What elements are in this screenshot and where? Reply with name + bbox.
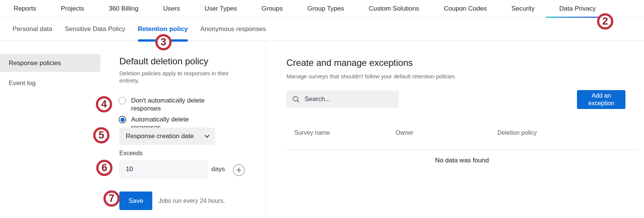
exceptions-description: Manage surveys that shouldn't follow you…	[286, 73, 455, 79]
annotation-badge-4: 4	[96, 96, 112, 112]
search-input[interactable]	[305, 95, 399, 103]
sidebar-item-response-policies[interactable]: Response policies	[0, 54, 100, 72]
nav-item-360-billing[interactable]: 360 Billing	[109, 0, 138, 17]
jobs-schedule-note: Jobs run every 24 hours.	[158, 192, 225, 210]
annotation-badge-7: 7	[103, 190, 120, 207]
subtab-label: Sensitive Data Policy	[65, 25, 125, 33]
sidebar-item-label: Event log	[9, 79, 36, 87]
subtab-sensitive-data-policy[interactable]: Sensitive Data Policy	[65, 18, 125, 40]
nav-item-group-types[interactable]: Group Types	[307, 0, 344, 17]
sidebar-item-event-log[interactable]: Event log	[0, 74, 100, 92]
nav-item-custom-solutions[interactable]: Custom Solutions	[369, 0, 419, 17]
nav-item-reports[interactable]: Reports	[14, 0, 36, 17]
data-privacy-admin-page: Reports Projects 360 Billing Users User …	[0, 0, 644, 218]
nav-item-label: Custom Solutions	[369, 5, 419, 12]
nav-item-users[interactable]: Users	[163, 0, 180, 17]
nav-item-label: Projects	[61, 5, 84, 12]
th-survey-name: Survey name	[294, 129, 330, 136]
plus-icon	[236, 167, 242, 173]
sidebar-item-label: Response policies	[9, 59, 61, 67]
exceptions-search-box[interactable]	[286, 90, 399, 108]
annotation-badge-3: 3	[155, 34, 172, 50]
radio-option-label: Don't automatically delete responses	[131, 97, 205, 112]
search-icon	[292, 95, 300, 103]
nav-item-label: Groups	[261, 5, 283, 12]
subtab-label: Personal data	[13, 25, 52, 33]
annotation-badge-6: 6	[96, 160, 113, 176]
th-deletion-policy: Deletion policy	[497, 129, 537, 136]
retention-sidebar: Response policies Event log	[0, 54, 100, 94]
nav-item-label: Users	[163, 5, 180, 12]
days-unit-label: days	[211, 160, 225, 178]
column-header-label: Owner	[395, 129, 413, 136]
add-exception-button[interactable]: Add an exception	[577, 90, 625, 109]
nav-item-label: Coupon Codes	[444, 5, 487, 12]
top-navigation: Reports Projects 360 Billing Users User …	[0, 0, 644, 18]
th-owner: Owner	[395, 129, 413, 136]
nav-item-coupon-codes[interactable]: Coupon Codes	[444, 0, 487, 17]
exceptions-title: Create and manage exceptions	[286, 58, 413, 68]
subtab-label: Retention policy	[138, 25, 188, 33]
nav-item-projects[interactable]: Projects	[61, 0, 84, 17]
nav-item-label: Data Privacy	[559, 5, 596, 12]
radio-option-don-t-automatically-delete-responses[interactable]: Don't automatically delete responses	[119, 97, 221, 112]
nav-item-label: Group Types	[307, 5, 344, 12]
nav-item-label: Reports	[14, 5, 36, 12]
subtab-label: Anonymous responses	[200, 25, 266, 33]
column-header-label: Deletion policy	[497, 129, 537, 136]
radio-button-icon[interactable]	[119, 116, 126, 123]
annotation-badge-2: 2	[597, 13, 613, 30]
table-header-divider	[286, 149, 638, 150]
nav-item-groups[interactable]: Groups	[261, 0, 283, 17]
add-condition-button[interactable]	[233, 164, 245, 176]
empty-table-message: No data was found	[286, 157, 638, 164]
deletion-policy-description: Deletion policies apply to responses in …	[119, 70, 237, 84]
nav-item-data-privacy[interactable]: Data Privacy	[559, 0, 596, 17]
annotation-badge-5: 5	[93, 127, 109, 143]
exceeds-label: Exceeds	[119, 150, 142, 157]
deletion-policy-title: Default deletion policy	[119, 56, 208, 67]
subtab-personal-data[interactable]: Personal data	[13, 18, 52, 40]
data-privacy-subtabs: Personal data Sensitive Data Policy Rete…	[0, 18, 644, 41]
nav-item-user-types[interactable]: User Types	[205, 0, 237, 17]
save-button[interactable]: Save	[119, 192, 152, 210]
nav-item-label: User Types	[205, 5, 237, 12]
subtab-anonymous-responses[interactable]: Anonymous responses	[200, 18, 266, 40]
radio-button-icon[interactable]	[119, 97, 126, 104]
exceeds-days-input[interactable]	[119, 160, 207, 178]
nav-item-security[interactable]: Security	[511, 0, 535, 17]
nav-item-label: 360 Billing	[109, 5, 138, 12]
nav-item-label: Security	[511, 5, 535, 12]
column-header-label: Survey name	[294, 129, 330, 136]
